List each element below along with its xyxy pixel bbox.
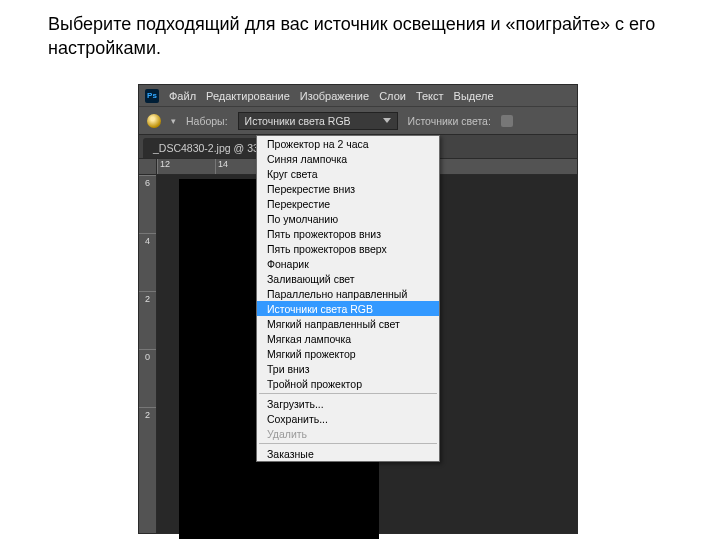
app-logo-icon: Ps xyxy=(145,89,159,103)
menubar: Ps Файл Редактирование Изображение Слои … xyxy=(139,85,577,107)
presets-label: Наборы: xyxy=(186,115,228,127)
dropdown-item[interactable]: По умолчанию xyxy=(257,211,439,226)
dropdown-item[interactable]: Заливающий свет xyxy=(257,271,439,286)
dropdown-item[interactable]: Загрузить... xyxy=(257,396,439,411)
dropdown-item[interactable]: Круг света xyxy=(257,166,439,181)
dropdown-item[interactable]: Мягкий направленный свет xyxy=(257,316,439,331)
dropdown-item[interactable]: Пять прожекторов вверх xyxy=(257,241,439,256)
presets-dropdown-list: Прожектор на 2 часаСиняя лампочкаКруг св… xyxy=(256,135,440,462)
dropdown-item[interactable]: Фонарик xyxy=(257,256,439,271)
dropdown-item[interactable]: Мягкий прожектор xyxy=(257,346,439,361)
options-bar: ▾ Наборы: Источники света RGB Источники … xyxy=(139,107,577,135)
dropdown-item[interactable]: Три вниз xyxy=(257,361,439,376)
menu-text[interactable]: Текст xyxy=(416,90,444,102)
ruler-corner xyxy=(139,159,157,175)
presets-dropdown[interactable]: Источники света RGB xyxy=(238,112,398,130)
dropdown-item[interactable]: Заказные xyxy=(257,446,439,461)
dropdown-item[interactable]: Синяя лампочка xyxy=(257,151,439,166)
instruction-text: Выберите подходящий для вас источник осв… xyxy=(0,0,720,67)
dropdown-item: Удалить xyxy=(257,426,439,441)
chevron-down-icon[interactable]: ▾ xyxy=(171,116,176,126)
light-sources-label: Источники света: xyxy=(408,115,491,127)
ruler-tick: 12 xyxy=(157,159,215,174)
dropdown-item[interactable]: Сохранить... xyxy=(257,411,439,426)
ruler-tick: 0 xyxy=(139,349,156,407)
menu-select[interactable]: Выделе xyxy=(454,90,494,102)
dropdown-item[interactable]: Параллельно направленный xyxy=(257,286,439,301)
dropdown-item[interactable]: Прожектор на 2 часа xyxy=(257,136,439,151)
dropdown-item[interactable]: Мягкая лампочка xyxy=(257,331,439,346)
menu-layers[interactable]: Слои xyxy=(379,90,406,102)
lightbulb-icon xyxy=(147,114,161,128)
document-tab[interactable]: _DSC4830-2.jpg @ 33 xyxy=(143,138,269,158)
ruler-tick: 2 xyxy=(139,291,156,349)
dropdown-item[interactable]: Тройной прожектор xyxy=(257,376,439,391)
ruler-tick: 4 xyxy=(139,233,156,291)
dropdown-item[interactable]: Пять прожекторов вниз xyxy=(257,226,439,241)
presets-dropdown-value: Источники света RGB xyxy=(245,115,351,127)
menu-image[interactable]: Изображение xyxy=(300,90,369,102)
menu-edit[interactable]: Редактирование xyxy=(206,90,290,102)
dropdown-item[interactable]: Перекрестие xyxy=(257,196,439,211)
ruler-tick: 2 xyxy=(139,407,156,465)
ruler-tick: 6 xyxy=(139,175,156,233)
dropdown-item[interactable]: Источники света RGB xyxy=(257,301,439,316)
photoshop-window: Ps Файл Редактирование Изображение Слои … xyxy=(138,84,578,534)
menu-file[interactable]: Файл xyxy=(169,90,196,102)
dropdown-item[interactable]: Перекрестие вниз xyxy=(257,181,439,196)
light-source-icon[interactable] xyxy=(501,115,513,127)
chevron-down-icon xyxy=(383,118,391,123)
ruler-vertical: 6 4 2 0 2 xyxy=(139,175,157,533)
